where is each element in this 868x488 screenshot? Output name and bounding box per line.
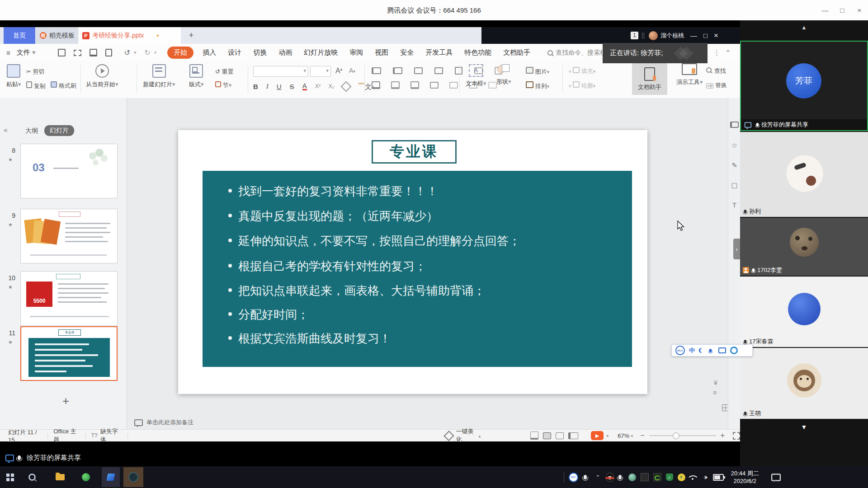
play-caret-icon[interactable]: ▾ (606, 433, 609, 438)
panel-expand-handle[interactable]: › (733, 239, 740, 259)
menu-item-review[interactable]: 审阅 (349, 48, 363, 57)
tab-document[interactable]: P 考研经验分享.pptx • (79, 27, 181, 44)
cut-button[interactable]: ✂ 剪切 (26, 68, 45, 76)
moon-icon[interactable] (699, 348, 704, 353)
redo-caret-icon[interactable]: ▾ (154, 50, 157, 56)
arrange-button[interactable]: 排列▾ (526, 81, 549, 90)
text-direction-icon[interactable] (455, 67, 462, 75)
reading-view-icon[interactable] (568, 432, 578, 439)
doc-count-badge[interactable]: 1 (631, 32, 638, 39)
wps-maximize-button[interactable]: □ (703, 32, 708, 39)
theme-label[interactable]: Office 主题 (53, 427, 80, 444)
scroll-down-icon[interactable]: ▼ (740, 423, 868, 431)
subscript-button[interactable]: X₂ (329, 83, 335, 89)
export-icon[interactable] (74, 50, 81, 56)
present-tools-button[interactable]: 演示工具▾ (676, 63, 703, 86)
participant-tile-songchunlin[interactable]: 17宋春霖 (740, 277, 868, 347)
picture-button[interactable]: 图片▾ (526, 67, 549, 76)
menu-item-design[interactable]: 设计 (228, 48, 241, 57)
menu-item-insert[interactable]: 插入 (203, 48, 216, 57)
underline-button[interactable]: U (277, 83, 282, 90)
file-explorer-icon[interactable] (56, 474, 65, 480)
slide-bullet[interactable]: 找到一套好的复习资料非常重要！！！ (228, 183, 438, 199)
meeting-app-taskbar-icon[interactable] (123, 467, 143, 487)
decrease-font-button[interactable]: A▾ (349, 67, 355, 74)
menu-item-start[interactable]: 开始 (167, 47, 193, 59)
tab-outline[interactable]: 大纲 (25, 127, 38, 135)
new-slide-button[interactable]: 新建幻灯片▾ (143, 64, 175, 89)
find-button[interactable]: 查找 (706, 67, 726, 75)
sorter-view-icon[interactable] (556, 432, 564, 439)
menu-item-transition[interactable]: 切换 (253, 48, 267, 57)
close-button[interactable]: × (851, 0, 868, 20)
resource-box-icon[interactable]: ▢ (728, 181, 741, 189)
play-from-current-button[interactable]: 从当前开始▾ (86, 64, 118, 89)
superscript-button[interactable]: X² (315, 83, 321, 89)
menu-item-view[interactable]: 视图 (375, 48, 388, 57)
clear-format-icon[interactable] (341, 81, 352, 92)
paragraph-more-icon[interactable] (488, 82, 497, 89)
slide-canvas[interactable]: 专业课 找到一套好的复习资料非常重要！！！ 真题中反复出现的题；（近两年减少） … (178, 130, 647, 394)
align-left-icon[interactable] (372, 81, 380, 89)
slide-bullet[interactable]: 把知识点串联起来，画表格、大括号辅助背诵； (228, 283, 485, 299)
tray-antivirus-icon[interactable]: + (678, 474, 685, 481)
zoom-percentage[interactable]: 67% (618, 432, 629, 439)
menu-item-devtools[interactable]: 开发工具 (425, 48, 453, 57)
shapes-button[interactable]: 形状▾ (496, 64, 511, 86)
collapse-ribbon-icon[interactable]: ⌃ (725, 49, 731, 57)
beautify-button[interactable]: 一键美化 ▴ (445, 427, 481, 444)
slide-bullet[interactable]: 真题中反复出现的题；（近两年减少） (228, 208, 438, 224)
keyboard-icon[interactable] (718, 347, 726, 353)
zoom-slider[interactable] (649, 435, 716, 436)
paste-button[interactable]: 粘贴▾ (6, 64, 21, 89)
bold-button[interactable]: B (253, 83, 258, 90)
ifly-logo-icon[interactable]: iFLY (675, 346, 685, 355)
taskbar-search-icon[interactable] (28, 474, 36, 481)
justify-icon[interactable] (430, 82, 439, 89)
zoom-in-button[interactable]: + (721, 432, 725, 440)
number-list-icon[interactable] (393, 67, 402, 74)
notification-center-icon[interactable] (771, 474, 781, 481)
tray-nvidia-icon[interactable] (653, 473, 661, 481)
redo-icon[interactable]: ↻ (144, 48, 150, 57)
slide-thumbnail-9[interactable] (20, 209, 118, 263)
maximize-button[interactable]: □ (834, 0, 851, 20)
slideshow-play-button[interactable]: ▶ (591, 431, 604, 440)
menu-item-security[interactable]: 安全 (400, 48, 414, 57)
slide-thumbnail-8[interactable]: 03 (20, 144, 118, 198)
menu-item-animation[interactable]: 动画 (278, 48, 292, 57)
text-tool-icon[interactable]: T (728, 201, 741, 209)
reset-button[interactable]: ↺ 重置 (215, 68, 234, 76)
taskbar-clock[interactable]: 20:44 周二 2020/6/2 (731, 469, 759, 485)
print-icon[interactable] (90, 49, 97, 56)
slide-bullet[interactable]: 延伸的知识点，不要不写，按照自己的理解分点回答； (228, 233, 520, 249)
tray-defender-icon[interactable]: ✓ (666, 474, 673, 481)
layout-button[interactable]: 版式▾ (189, 64, 204, 89)
missing-font-label[interactable]: 缺失字体 (100, 427, 122, 444)
tray-qq-icon[interactable] (606, 473, 614, 482)
align-right-icon[interactable] (410, 81, 419, 89)
distribute-icon[interactable] (449, 82, 458, 89)
scroll-up-icon[interactable]: ▲ (740, 24, 868, 31)
normal-view-icon[interactable] (543, 432, 551, 439)
tray-green-app-icon[interactable] (628, 474, 636, 481)
format-painter-button[interactable]: 格式刷 (51, 81, 76, 90)
tray-wifi-icon[interactable] (691, 474, 698, 480)
text-box-button[interactable]: A 文本框▾ (466, 64, 486, 88)
notes-bar[interactable]: 单击此处添加备注 (127, 416, 728, 429)
tray-chevron-up-icon[interactable]: ⌃ (595, 474, 600, 481)
slide-bullet[interactable]: 根据自己考的学校有针对性的复习； (228, 258, 426, 274)
font-name-select[interactable]: ▾ (253, 66, 308, 77)
undo-caret-icon[interactable]: ▾ (134, 50, 137, 56)
more-kebab-icon[interactable]: ⋮ (713, 49, 720, 57)
slide-bullet[interactable]: 分配好时间； (228, 307, 309, 323)
tray-mic-icon[interactable] (584, 475, 587, 479)
copy-button[interactable]: 复制 (26, 81, 46, 90)
align-center-icon[interactable] (391, 81, 400, 89)
menu-item-slideshow[interactable]: 幻灯片放映 (304, 48, 338, 57)
zoom-slider-knob[interactable] (673, 432, 679, 439)
strike-button[interactable]: S (290, 83, 294, 90)
tray-battery-icon[interactable] (713, 474, 724, 481)
gear-icon[interactable] (730, 347, 738, 354)
slide-bullet[interactable]: 根据艾宾浩斯曲线及时复习！ (228, 331, 391, 347)
